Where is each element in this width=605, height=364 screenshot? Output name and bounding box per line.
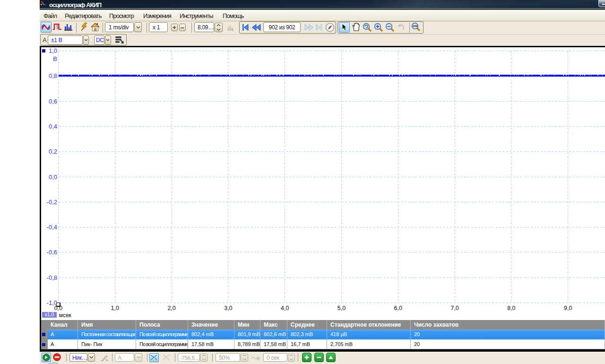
svg-text:100: 100: [413, 24, 418, 27]
